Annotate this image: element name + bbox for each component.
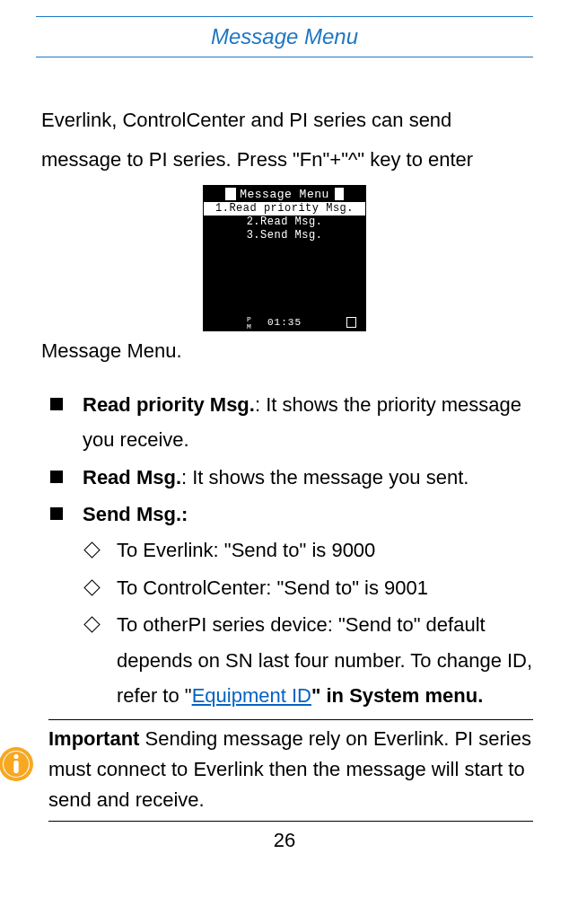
list-item: To otherPI series device: "Send to" defa…	[83, 607, 533, 714]
item-title: Read priority Msg.	[83, 393, 255, 416]
screen-menu-item: 1.Read priority Msg.	[204, 202, 365, 216]
screen-menu-item: 2.Read Msg.	[204, 216, 365, 229]
screen-title: Message Menu	[240, 188, 329, 201]
list-item: Send Msg.: To Everlink: "Send to" is 900…	[48, 497, 533, 714]
feature-list: Read priority Msg.: It shows the priorit…	[48, 387, 533, 714]
section-heading-rule: Message Menu	[36, 16, 533, 57]
item-title: Read Msg.	[83, 466, 181, 488]
screen-time: 01:35	[267, 317, 302, 328]
important-note: Important Sending message rely on Everli…	[18, 719, 533, 822]
svg-point-3	[13, 754, 18, 759]
sub-list: To Everlink: "Send to" is 9000 To Contro…	[83, 532, 533, 714]
info-icon	[0, 746, 34, 782]
intro-paragraph: Everlink, ControlCenter and PI series ca…	[41, 101, 533, 180]
screen-menu-item: 3.Send Msg.	[204, 229, 365, 242]
list-item: To ControlCenter: "Send to" is 9001	[83, 570, 533, 606]
item-title: Send Msg.:	[83, 503, 188, 525]
list-item: To Everlink: "Send to" is 9000	[83, 532, 533, 568]
device-screenshot: Message Menu 1.Read priority Msg. 2.Read…	[36, 185, 533, 331]
page-number: 26	[36, 829, 533, 852]
section-heading: Message Menu	[211, 24, 358, 48]
screen-status-bar: PM 01:35	[204, 314, 365, 330]
list-item: Read Msg.: It shows the message you sent…	[48, 460, 533, 496]
equipment-id-link[interactable]: Equipment ID	[192, 684, 311, 707]
figure-caption: Message Menu.	[41, 333, 533, 369]
svg-rect-4	[13, 761, 18, 773]
item-desc: : It shows the message you sent.	[181, 466, 468, 488]
list-item: Read priority Msg.: It shows the priorit…	[48, 387, 533, 458]
note-label: Important	[48, 727, 139, 750]
